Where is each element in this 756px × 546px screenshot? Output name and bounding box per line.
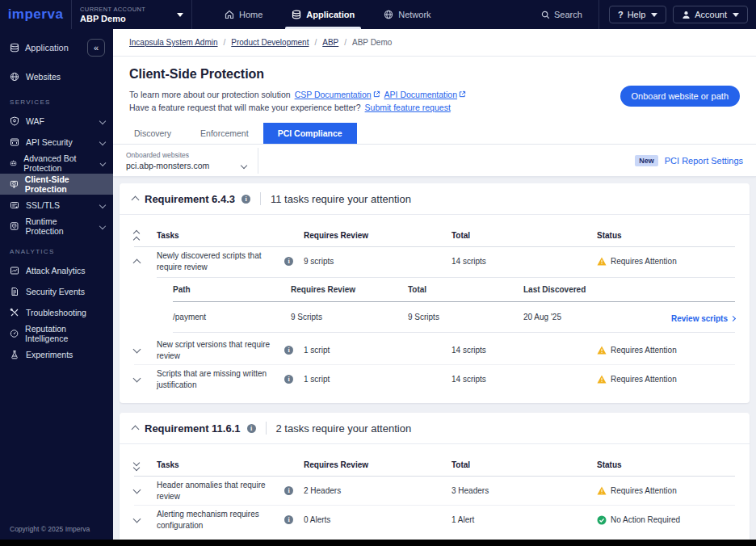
sidebar-item-api-security[interactable]: API Security — [0, 132, 113, 153]
expand-row-icon[interactable] — [133, 515, 141, 523]
current-account-value: ABP Demo — [80, 14, 145, 23]
chevron-right-icon — [730, 315, 736, 321]
tab-pci-compliance[interactable]: PCI Compliance — [263, 123, 357, 144]
api-window-icon — [10, 137, 19, 147]
sidebar-section-services: SERVICES — [0, 87, 113, 111]
task-name: Alerting mechanism requires configuratio… — [157, 509, 284, 531]
column-total: Total — [452, 231, 597, 240]
page-title: Client-Side Protection — [129, 67, 740, 82]
sidebar-item-security-events[interactable]: Security Events — [0, 281, 113, 302]
help-icon: ? — [618, 10, 624, 19]
nav-application-label: Application — [306, 10, 355, 19]
status-badge: Requires Attention — [597, 375, 734, 384]
total-value: 14 scripts — [452, 257, 597, 266]
sidebar-item-experiments[interactable]: Experiments — [0, 344, 113, 365]
sidebar-item-waf[interactable]: WAF — [0, 111, 113, 132]
collapse-all-icon[interactable] — [134, 229, 139, 242]
info-icon[interactable]: i — [284, 486, 293, 495]
account-switcher[interactable]: CURRENT ACCOUNT ABP Demo — [71, 0, 192, 29]
application-icon — [10, 43, 19, 52]
sidebar-item-client-side-protection[interactable]: Client-Side Protection — [0, 174, 113, 195]
breadcrumb-separator: / — [314, 38, 317, 47]
sidebar-item-runtime-protection[interactable]: Runtime Protection — [0, 216, 113, 237]
total-value: 9 Scripts — [408, 313, 523, 321]
onboarded-websites-label: Onboarded websites — [126, 151, 246, 159]
nav-home[interactable]: Home — [210, 0, 277, 29]
sidebar-item-attack-analytics[interactable]: Attack Analytics — [0, 260, 113, 281]
sidebar-item-label: Advanced Bot Protection — [23, 153, 94, 173]
sidebar-header: Application « — [0, 29, 113, 66]
sidebar-item-label: WAF — [26, 116, 44, 126]
info-icon[interactable]: i — [284, 257, 293, 266]
bot-icon — [10, 158, 17, 168]
info-icon[interactable]: i — [284, 346, 293, 355]
collapse-row-icon[interactable] — [133, 258, 141, 267]
pci-report-settings-link[interactable]: PCI Report Settings — [665, 156, 743, 166]
nav-network[interactable]: Network — [369, 0, 445, 29]
help-label: Help — [628, 10, 646, 19]
column-status: Status — [597, 460, 734, 469]
tab-discovery[interactable]: Discovery — [120, 123, 186, 144]
requires-review-value: 9 Scripts — [291, 313, 408, 321]
account-menu-button[interactable]: Account — [673, 6, 748, 23]
flask-icon — [10, 350, 19, 359]
collapse-section-icon[interactable] — [132, 196, 140, 204]
intro-text: To learn more about our protection solut… — [129, 90, 291, 99]
table-row: Scripts that are missing written justifi… — [134, 365, 735, 393]
success-icon — [597, 515, 607, 525]
requirement-11-6-1-card: Requirement 11.6.1 i 2 tasks require you… — [120, 413, 750, 544]
breadcrumb-link[interactable]: Product Development — [231, 38, 309, 47]
info-icon[interactable]: i — [284, 375, 293, 384]
column-total: Total — [408, 285, 523, 294]
section-title: Requirement 11.6.1 — [145, 422, 241, 435]
tasks-table: Tasks Requires Review Total Status Heade… — [120, 444, 750, 544]
search-button[interactable]: Search — [528, 10, 595, 19]
breadcrumb-link[interactable]: ABP — [322, 38, 338, 47]
expand-row-icon[interactable] — [133, 375, 141, 383]
submit-feature-request-link[interactable]: Submit feature request — [365, 103, 451, 112]
sidebar-item-websites[interactable]: Websites — [0, 66, 113, 87]
sidebar-item-label: Troubleshooting — [26, 308, 86, 317]
chevron-down-icon — [177, 13, 183, 17]
table-header: Tasks Requires Review Total Status — [134, 454, 735, 477]
breadcrumb-link[interactable]: Incapsula System Admin — [129, 38, 218, 47]
sidebar-item-label: Reputation Intelligence — [25, 324, 105, 343]
expand-row-icon[interactable] — [133, 486, 141, 494]
tab-strip: Discovery Enforcement PCI Compliance — [113, 123, 756, 145]
nav-application[interactable]: Application — [277, 0, 369, 29]
task-name: Newly discovered scripts that require re… — [157, 250, 284, 272]
imperva-logo: imperva — [0, 0, 71, 29]
breadcrumb-separator: / — [344, 38, 346, 47]
expand-row-icon[interactable] — [133, 346, 141, 354]
copyright-text: Copyright © 2025 Imperva — [0, 519, 113, 538]
onboarded-websites-select[interactable]: Onboarded websites pci.abp-monsters.com — [113, 148, 258, 174]
home-icon — [225, 10, 234, 19]
sidebar-item-troubleshooting[interactable]: Troubleshooting — [0, 302, 113, 323]
column-total: Total — [452, 460, 597, 469]
collapse-section-icon[interactable] — [132, 426, 140, 434]
api-documentation-link[interactable]: API Documentation — [384, 90, 466, 99]
requires-review-value: 2 Headers — [304, 486, 452, 495]
info-icon[interactable]: i — [247, 424, 256, 433]
collapse-sidebar-button[interactable]: « — [87, 39, 105, 57]
application-icon — [292, 10, 301, 19]
runtime-shield-icon — [10, 221, 19, 231]
info-icon[interactable]: i — [284, 515, 293, 524]
csp-documentation-link[interactable]: CSP Documentation — [295, 90, 380, 99]
chevron-down-icon — [651, 13, 657, 17]
primary-nav: Home Application Network — [210, 0, 446, 29]
sidebar-item-reputation-intelligence[interactable]: Reputation Intelligence — [0, 323, 113, 344]
app-root: imperva CURRENT ACCOUNT ABP Demo Home Ap… — [0, 0, 756, 546]
onboard-website-button[interactable]: Onboard website or path — [620, 86, 740, 107]
review-scripts-link[interactable]: Review scripts — [671, 314, 735, 323]
divider — [598, 0, 599, 29]
table-header: Tasks Requires Review Total Status — [134, 225, 735, 247]
chevron-down-icon — [733, 13, 739, 17]
info-icon[interactable]: i — [242, 195, 250, 204]
sidebar-item-ssl-tls[interactable]: SSL/TLS — [0, 195, 113, 216]
help-button[interactable]: ? Help — [609, 6, 666, 23]
sidebar-item-advanced-bot-protection[interactable]: Advanced Bot Protection — [0, 153, 113, 174]
expand-all-icon[interactable] — [134, 460, 139, 470]
tab-enforcement[interactable]: Enforcement — [186, 123, 263, 144]
status-badge: No Action Required — [597, 515, 734, 525]
